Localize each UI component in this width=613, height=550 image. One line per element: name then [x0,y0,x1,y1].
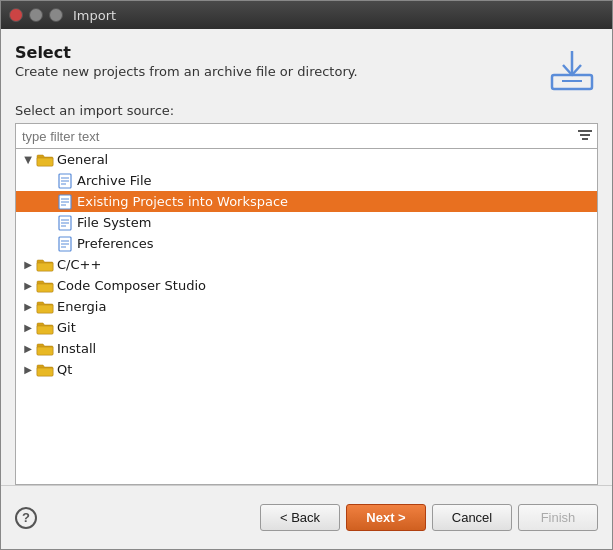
header-text: Select Create new projects from an archi… [15,43,358,79]
tree-item-archive-file[interactable]: Archive File [16,170,597,191]
section-label: Select an import source: [15,103,598,118]
main-content: Select Create new projects from an archi… [1,29,612,485]
finish-button: Finish [518,504,598,531]
folder-icon [36,300,54,314]
tree-label-code-composer: Code Composer Studio [57,278,206,293]
tree-arrow-c-cpp: ▶ [20,259,36,270]
bottom-right: < Back Next > Cancel Finish [260,504,598,531]
file-icon [56,174,74,188]
tree-arrow-git: ▶ [20,322,36,333]
tree-label-file-system: File System [77,215,151,230]
tree-item-existing-projects[interactable]: Existing Projects into Workspace [16,191,597,212]
folder-icon [36,279,54,293]
tree-arrow-qt: ▶ [20,364,36,375]
tree-label-preferences: Preferences [77,236,153,251]
page-description: Create new projects from an archive file… [15,64,358,79]
tree-label-general: General [57,152,108,167]
folder-icon [36,342,54,356]
tree-item-code-composer[interactable]: ▶ Code Composer Studio [16,275,597,296]
tree-item-preferences[interactable]: Preferences [16,233,597,254]
tree-item-git[interactable]: ▶ Git [16,317,597,338]
page-title: Select [15,43,358,62]
tree-label-existing-projects: Existing Projects into Workspace [77,194,288,209]
svg-rect-3 [580,134,590,136]
folder-icon [36,363,54,377]
file-icon [56,237,74,251]
tree-arrow-install: ▶ [20,343,36,354]
svg-rect-4 [582,138,588,140]
cancel-button[interactable]: Cancel [432,504,512,531]
tree-label-install: Install [57,341,96,356]
titlebar: Import [1,1,612,29]
file-icon [56,216,74,230]
bottom-bar: ? < Back Next > Cancel Finish [1,485,612,549]
minimize-button[interactable] [29,8,43,22]
tree-container[interactable]: ▼ General Archive File Existing Projects… [15,149,598,485]
import-icon [546,43,598,95]
tree-label-energia: Energia [57,299,106,314]
tree-item-file-system[interactable]: File System [16,212,597,233]
filter-input[interactable] [16,125,573,148]
maximize-button[interactable] [49,8,63,22]
filter-icon[interactable] [573,124,597,148]
tree-label-archive-file: Archive File [77,173,152,188]
file-icon [56,195,74,209]
tree-arrow-general: ▼ [20,154,36,165]
tree-item-install[interactable]: ▶ Install [16,338,597,359]
tree-item-general[interactable]: ▼ General [16,149,597,170]
window-title: Import [73,8,116,23]
tree-item-c-cpp[interactable]: ▶ C/C++ [16,254,597,275]
back-button[interactable]: < Back [260,504,340,531]
folder-icon [36,153,54,167]
header-row: Select Create new projects from an archi… [15,43,598,95]
help-button[interactable]: ? [15,507,37,529]
folder-icon [36,258,54,272]
tree-label-qt: Qt [57,362,72,377]
tree-arrow-energia: ▶ [20,301,36,312]
folder-icon [36,321,54,335]
tree-label-git: Git [57,320,76,335]
svg-rect-2 [578,130,592,132]
tree-item-qt[interactable]: ▶ Qt [16,359,597,380]
filter-row [15,123,598,149]
tree-item-energia[interactable]: ▶ Energia [16,296,597,317]
window: Import Select Create new projects from a… [0,0,613,550]
bottom-left: ? [15,507,37,529]
close-button[interactable] [9,8,23,22]
next-button[interactable]: Next > [346,504,426,531]
tree-arrow-code-composer: ▶ [20,280,36,291]
tree-label-c-cpp: C/C++ [57,257,101,272]
